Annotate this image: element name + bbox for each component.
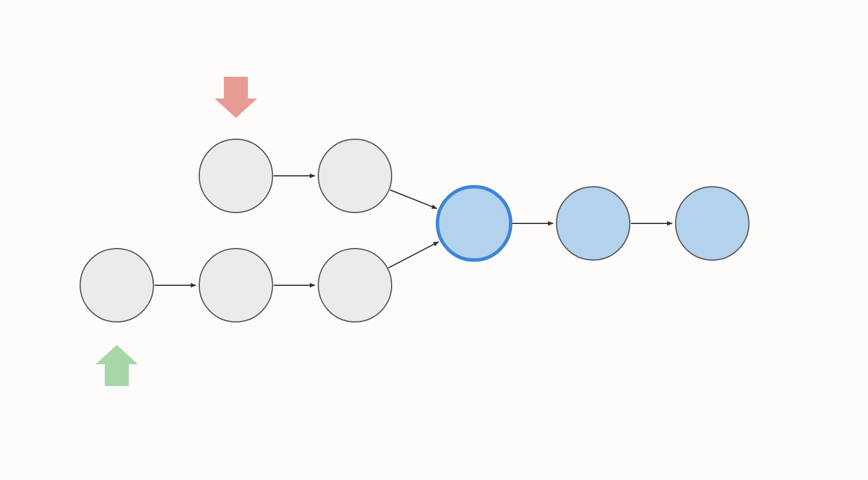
commit-node-gray xyxy=(199,249,273,322)
arrow-up-indicator-icon xyxy=(96,345,138,386)
commit-node-gray xyxy=(80,249,153,322)
edge-n3-n6 xyxy=(389,242,439,267)
arrow-down-indicator-icon xyxy=(215,77,257,118)
commit-node-merge xyxy=(437,187,511,260)
edge-n5-n6 xyxy=(390,190,437,208)
commit-node-blue xyxy=(557,187,630,260)
commit-node-gray xyxy=(199,139,273,213)
commit-node-gray xyxy=(318,249,392,322)
git-merge-diagram xyxy=(0,0,868,480)
commit-node-gray xyxy=(318,139,392,213)
commit-node-blue xyxy=(676,187,749,260)
